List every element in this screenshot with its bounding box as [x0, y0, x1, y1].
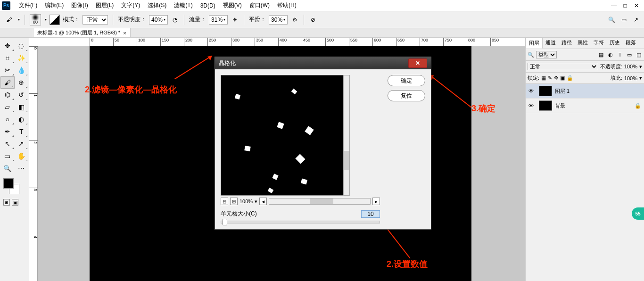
- filter-shape-icon[interactable]: ▭: [626, 52, 633, 58]
- ok-button[interactable]: 确定: [388, 75, 425, 86]
- direct-select-tool[interactable]: ↗: [15, 138, 29, 150]
- layer-opacity-value[interactable]: 100%: [624, 64, 637, 69]
- preview-vertical-scrollbar[interactable]: [343, 75, 350, 196]
- pen-tool[interactable]: ✒: [0, 125, 15, 138]
- document-tab[interactable]: 未标题-1 @ 100% (图层 1, RGB/8) * ×: [33, 28, 131, 38]
- window-close-icon[interactable]: ✕: [631, 2, 642, 9]
- lock-transparency-icon[interactable]: ▦: [541, 75, 546, 81]
- history-brush-tool[interactable]: ↺: [15, 89, 29, 101]
- preview-horizontal-scrollbar[interactable]: [269, 198, 371, 205]
- menu-help[interactable]: 帮助(H): [273, 1, 300, 9]
- visibility-icon[interactable]: 👁: [528, 88, 536, 94]
- lock-image-icon[interactable]: ✎: [548, 75, 552, 81]
- crop-tool[interactable]: ✂: [0, 64, 15, 76]
- quickmask-icon[interactable]: ◙: [3, 199, 10, 206]
- layer-filter-select[interactable]: 类型: [536, 51, 557, 58]
- menu-filter[interactable]: 滤镜(T): [170, 1, 196, 9]
- smoothing-options-icon[interactable]: ⚙: [290, 16, 299, 24]
- marquee-tool[interactable]: ◌: [15, 40, 29, 52]
- tab-properties[interactable]: 属性: [575, 38, 591, 49]
- layer-thumbnail[interactable]: [539, 86, 552, 96]
- menu-edit[interactable]: 编辑(E): [41, 1, 67, 9]
- zoom-value[interactable]: 100%: [239, 198, 253, 204]
- zoom-in-button[interactable]: ⊞: [230, 198, 238, 205]
- zoom-tool[interactable]: 🔍: [0, 162, 15, 174]
- type-tool[interactable]: T: [15, 125, 29, 138]
- dialog-close-button[interactable]: ✕: [408, 58, 427, 68]
- clone-stamp-tool[interactable]: ⌬: [0, 89, 15, 101]
- tab-character[interactable]: 字符: [591, 38, 607, 49]
- layer-name[interactable]: 图层 1: [555, 88, 570, 95]
- tab-layers[interactable]: 图层: [526, 38, 543, 49]
- brush-tool[interactable]: 🖌: [0, 76, 15, 89]
- dialog-titlebar[interactable]: 晶格化 ✕: [215, 57, 431, 69]
- dialog-preview[interactable]: [221, 75, 343, 196]
- pressure-size-icon[interactable]: ⊘: [309, 16, 317, 24]
- menu-view[interactable]: 视图(V): [219, 1, 246, 9]
- filter-adjust-icon[interactable]: ◐: [607, 52, 614, 58]
- brush-panel-icon[interactable]: [50, 15, 60, 25]
- menu-window[interactable]: 窗口(W): [246, 1, 273, 9]
- lock-all-icon[interactable]: 🔒: [567, 75, 573, 81]
- blur-tool[interactable]: ○: [0, 113, 15, 125]
- shape-tool[interactable]: ▭: [0, 150, 15, 162]
- lock-artboard-icon[interactable]: ▣: [560, 75, 565, 81]
- visibility-icon[interactable]: 👁: [528, 103, 536, 108]
- flow-value[interactable]: 31%▾: [209, 15, 228, 25]
- layer-name[interactable]: 背景: [555, 102, 565, 109]
- layer-row-bg[interactable]: 👁 背景 🔒: [526, 99, 644, 113]
- scroll-left-icon[interactable]: ◄: [259, 198, 267, 205]
- menu-layer[interactable]: 图层(L): [92, 1, 118, 9]
- foreground-color[interactable]: [3, 178, 14, 189]
- eyedropper-tool[interactable]: 💧: [15, 64, 29, 76]
- cell-size-slider[interactable]: [221, 221, 380, 223]
- path-select-tool[interactable]: ↖: [0, 138, 15, 150]
- scroll-right-icon[interactable]: ►: [372, 198, 380, 205]
- share-icon[interactable]: ↗: [632, 16, 640, 24]
- tool-preset-dropdown-icon[interactable]: ▾: [18, 17, 20, 22]
- eraser-tool[interactable]: ▱: [0, 101, 15, 113]
- layer-blend-select[interactable]: 正常: [528, 63, 598, 70]
- smoothing-value[interactable]: 30%▾: [269, 15, 288, 25]
- layer-row-1[interactable]: 👁 图层 1: [526, 84, 644, 99]
- opacity-value[interactable]: 40%▾: [149, 15, 168, 25]
- workspace-icon[interactable]: ▭: [619, 16, 628, 24]
- cell-size-input[interactable]: [361, 210, 380, 218]
- menu-type[interactable]: 文字(Y): [117, 1, 144, 9]
- pressure-opacity-icon[interactable]: ◔: [171, 16, 179, 24]
- filter-type-icon[interactable]: T: [617, 52, 623, 58]
- tab-channels[interactable]: 通道: [543, 38, 559, 49]
- layer-thumbnail[interactable]: [539, 100, 552, 111]
- filter-smart-icon[interactable]: ◫: [636, 52, 642, 58]
- blend-mode-select[interactable]: 正常: [83, 15, 108, 25]
- close-tab-icon[interactable]: ×: [123, 30, 126, 36]
- menu-3d[interactable]: 3D(D): [197, 2, 219, 9]
- lock-position-icon[interactable]: ✥: [554, 75, 558, 81]
- reset-button[interactable]: 复位: [388, 90, 425, 101]
- gradient-tool[interactable]: ◧: [15, 101, 29, 113]
- color-swatches[interactable]: [0, 178, 28, 197]
- tab-history[interactable]: 历史: [607, 38, 623, 49]
- airbrush-icon[interactable]: ✈: [231, 16, 239, 24]
- tab-paragraph[interactable]: 段落: [623, 38, 639, 49]
- menu-image[interactable]: 图像(I): [67, 1, 91, 9]
- edit-toolbar[interactable]: ⋯: [15, 162, 29, 174]
- filter-image-icon[interactable]: ▦: [598, 52, 604, 58]
- brush-preset-picker[interactable]: 80: [30, 14, 41, 25]
- side-badge[interactable]: 55: [632, 207, 644, 220]
- dodge-tool[interactable]: ◐: [15, 113, 29, 125]
- healing-brush-tool[interactable]: ⊕: [15, 76, 28, 89]
- magic-wand-tool[interactable]: ✨: [15, 52, 29, 64]
- window-maximize-icon[interactable]: □: [619, 2, 631, 9]
- search-icon[interactable]: 🔍: [607, 16, 616, 24]
- hand-tool[interactable]: ✋: [15, 150, 29, 162]
- menu-select[interactable]: 选择(S): [144, 1, 170, 9]
- slider-handle[interactable]: [223, 219, 227, 225]
- window-minimize-icon[interactable]: —: [608, 2, 619, 9]
- tab-paths[interactable]: 路径: [559, 38, 575, 49]
- move-tool[interactable]: ✥: [0, 40, 15, 52]
- zoom-out-button[interactable]: ⊟: [221, 198, 228, 205]
- brush-dropdown-icon[interactable]: ▾: [45, 17, 47, 22]
- fill-value[interactable]: 100%: [624, 75, 637, 81]
- lasso-tool[interactable]: ⌗: [0, 52, 15, 64]
